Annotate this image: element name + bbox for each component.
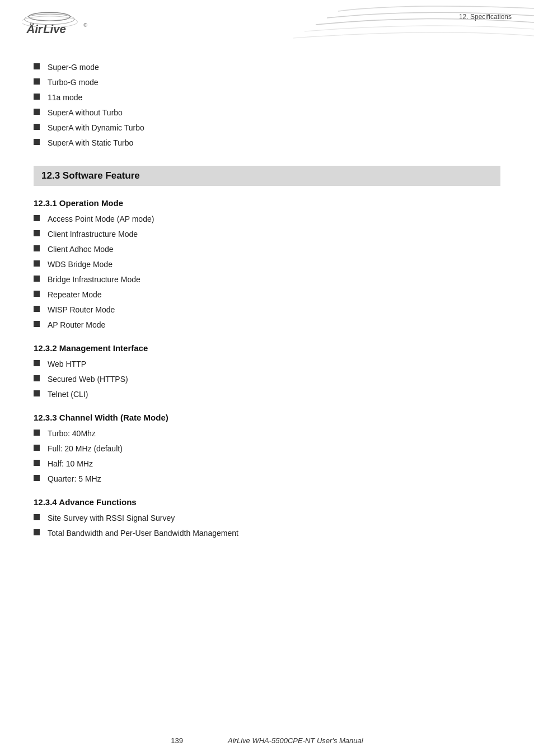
list-item: Site Survey with RSSI Signal Survey xyxy=(34,512,500,524)
page: Äir Live ® 12. Specifications xyxy=(0,0,534,756)
intro-bullet-list: Super-G modeTurbo-G mode11a modeSuperA w… xyxy=(34,62,500,149)
subsection-12-3-4-title: 12.3.4 Advance Functions xyxy=(34,497,500,507)
logo-area: Äir Live ® xyxy=(22,10,95,41)
management-interface-list: Web HTTPSecured Web (HTTPS)Telnet (CLI) xyxy=(34,358,500,400)
list-item: Repeater Mode xyxy=(34,289,500,301)
chapter-reference: 12. Specifications xyxy=(459,10,512,21)
bullet-icon xyxy=(34,360,40,366)
list-item: Access Point Mode (AP mode) xyxy=(34,213,500,225)
subsection-12-3-1-title: 12.3.1 Operation Mode xyxy=(34,198,500,208)
list-item: Half: 10 MHz xyxy=(34,458,500,470)
list-item: Total Bandwidth and Per-User Bandwidth M… xyxy=(34,528,500,539)
bullet-icon xyxy=(34,375,40,381)
page-header: Äir Live ® 12. Specifications xyxy=(0,0,534,50)
page-footer: 139 AirLive WHA-5500CPE-NT User's Manual xyxy=(0,736,534,745)
section-12-3-header: 12.3 Software Feature xyxy=(34,166,500,186)
list-item: Client Infrastructure Mode xyxy=(34,228,500,240)
page-number: 139 xyxy=(171,736,183,745)
bullet-icon xyxy=(34,475,40,481)
advance-functions-list: Site Survey with RSSI Signal SurveyTotal… xyxy=(34,512,500,539)
bullet-icon xyxy=(34,63,40,69)
subsection-12-3-4-header: 12.3.4 Advance Functions xyxy=(34,497,500,507)
list-item: SuperA with Static Turbo xyxy=(34,137,500,149)
bullet-icon xyxy=(34,514,40,520)
bullet-icon xyxy=(34,291,40,297)
list-item: AP Router Mode xyxy=(34,319,500,331)
svg-text:®: ® xyxy=(84,22,88,28)
list-item: Turbo: 40Mhz xyxy=(34,428,500,440)
list-item: Quarter: 5 MHz xyxy=(34,473,500,485)
list-item: Secured Web (HTTPS) xyxy=(34,374,500,385)
bullet-icon xyxy=(34,390,40,396)
bullet-icon xyxy=(34,245,40,251)
header-decoration xyxy=(293,0,534,48)
svg-point-0 xyxy=(29,12,70,21)
bullet-icon xyxy=(34,230,40,236)
bullet-icon xyxy=(34,139,40,145)
section-12-3-title: 12.3 Software Feature xyxy=(41,170,493,181)
subsection-12-3-2-header: 12.3.2 Management Interface xyxy=(34,343,500,353)
list-item: SuperA with Dynamic Turbo xyxy=(34,122,500,134)
manual-title: AirLive WHA-5500CPE-NT User's Manual xyxy=(228,736,363,745)
list-item: Full: 20 MHz (default) xyxy=(34,443,500,455)
airlive-logo: Äir Live ® xyxy=(22,10,95,41)
bullet-icon xyxy=(34,109,40,115)
bullet-icon xyxy=(34,430,40,436)
channel-width-list: Turbo: 40MhzFull: 20 MHz (default)Half: … xyxy=(34,428,500,485)
list-item: WDS Bridge Mode xyxy=(34,259,500,270)
bullet-icon xyxy=(34,445,40,451)
list-item: Bridge Infrastructure Mode xyxy=(34,274,500,286)
svg-text:Äir: Äir xyxy=(26,23,43,35)
bullet-icon xyxy=(34,276,40,282)
list-item: Client Adhoc Mode xyxy=(34,244,500,255)
list-item: Telnet (CLI) xyxy=(34,389,500,400)
list-item: 11a mode xyxy=(34,92,500,104)
operation-mode-list: Access Point Mode (AP mode)Client Infras… xyxy=(34,213,500,331)
bullet-icon xyxy=(34,529,40,535)
bullet-icon xyxy=(34,306,40,312)
list-item: Super-G mode xyxy=(34,62,500,73)
bullet-icon xyxy=(34,78,40,85)
bullet-icon xyxy=(34,94,40,100)
list-item: WISP Router Mode xyxy=(34,304,500,316)
main-content: Super-G modeTurbo-G mode11a modeSuperA w… xyxy=(0,50,534,578)
subsection-12-3-3-title: 12.3.3 Channel Width (Rate Mode) xyxy=(34,413,500,422)
bullet-icon xyxy=(34,124,40,130)
bullet-icon xyxy=(34,260,40,267)
list-item: Web HTTP xyxy=(34,358,500,370)
subsection-12-3-1-header: 12.3.1 Operation Mode xyxy=(34,198,500,208)
bullet-icon xyxy=(34,321,40,327)
bullet-icon xyxy=(34,460,40,466)
list-item: Turbo-G mode xyxy=(34,77,500,88)
subsection-12-3-2-title: 12.3.2 Management Interface xyxy=(34,343,500,353)
svg-text:Live: Live xyxy=(43,23,66,35)
list-item: SuperA without Turbo xyxy=(34,107,500,119)
bullet-icon xyxy=(34,215,40,221)
subsection-12-3-3-header: 12.3.3 Channel Width (Rate Mode) xyxy=(34,413,500,422)
